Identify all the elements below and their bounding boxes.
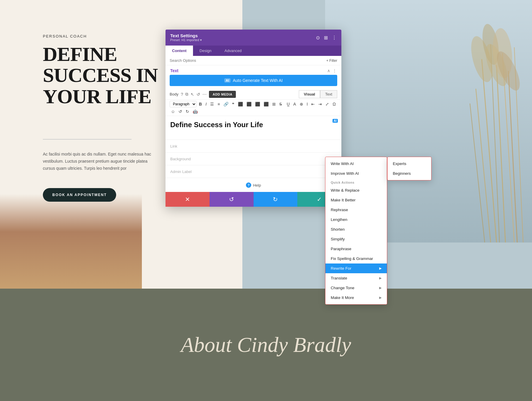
editor-content: AI Define Success in Your Life (166, 116, 341, 140)
experts-label: Experts (393, 161, 406, 166)
ai-editor-button[interactable]: 🤖 (192, 109, 199, 114)
table-button[interactable]: ⊞ (271, 101, 277, 107)
collapse-icon[interactable]: ∧ (327, 68, 330, 73)
menu-item-write-replace[interactable]: Write & Replace (325, 185, 387, 195)
admin-label-field-row: Admin Label (166, 165, 341, 178)
redo-action-button[interactable]: ↻ (254, 192, 298, 207)
menu-item-rephrase[interactable]: Rephrase (325, 205, 387, 215)
shorten-label: Shorten (331, 227, 345, 232)
background-label: Background (170, 157, 191, 161)
link-button[interactable]: 🔗 (222, 101, 230, 107)
rewrite-for-submenu: Experts Beginners (387, 157, 432, 180)
menu-item-change-tone[interactable]: Change Tone ▶ (325, 283, 387, 293)
ai-generate-label: Auto Generate Text With AI (233, 78, 283, 83)
menu-item-improve-with-ai[interactable]: Improve With AI (325, 169, 387, 178)
change-tone-label: Change Tone (331, 286, 354, 290)
admin-label: Admin Label (170, 169, 192, 174)
tab-content[interactable]: Content (166, 46, 193, 56)
more-icon[interactable]: ⋮ (332, 35, 337, 41)
italic-button[interactable]: I (204, 101, 208, 107)
help-icon-toolbar[interactable]: ? (181, 92, 183, 97)
columns-icon[interactable]: ⊞ (324, 35, 328, 41)
text-tab[interactable]: Text (320, 90, 337, 98)
editor-heading[interactable]: Define Success in Your Life (170, 121, 337, 129)
indent-button[interactable]: ⇥ (317, 101, 323, 107)
color-button[interactable]: A (292, 101, 297, 107)
underline-button[interactable]: U̲ (286, 101, 291, 107)
undo-icon-toolbar[interactable]: ↺ (197, 92, 200, 97)
menu-item-fix-spelling[interactable]: Fix Spelling & Grammar (325, 254, 387, 263)
menu-item-lengthen[interactable]: Lengthen (325, 215, 387, 224)
paste-button[interactable]: ⊕ (299, 101, 304, 107)
make-more-arrow: ▶ (379, 296, 382, 300)
dots-icon[interactable]: ⋯ (202, 92, 207, 97)
visual-text-tabs: Visual Text (299, 90, 337, 98)
undo-fmt-button[interactable]: ↺ (177, 109, 183, 114)
change-tone-arrow: ▶ (379, 286, 382, 290)
book-appointment-button[interactable]: BOOK AN APPOINTMENT (43, 188, 116, 202)
simplify-label: Simplify (331, 237, 345, 241)
text-section-header: Text ∧ ⋮ (166, 65, 341, 75)
background-field-row: Background (166, 152, 341, 165)
indent-italic[interactable]: I (306, 101, 309, 107)
submenu-item-experts[interactable]: Experts (387, 159, 431, 169)
fullscreen-icon[interactable]: ⊙ (316, 35, 320, 41)
filter-label: + Filter (326, 59, 337, 63)
expand-button[interactable]: ⤢ (324, 101, 330, 107)
menu-item-make-better[interactable]: Make It Better (325, 195, 387, 205)
link-label: Link (170, 144, 177, 148)
save-icon: ✓ (317, 196, 322, 203)
person-silhouette (0, 194, 142, 289)
ai-generate-button[interactable]: AI Auto Generate Text With AI (170, 75, 337, 86)
add-media-button[interactable]: ADD MEDIA (209, 91, 236, 98)
tab-design[interactable]: Design (193, 46, 218, 56)
strikethrough-button[interactable]: S̶ (278, 101, 283, 107)
align-right-button[interactable]: ⬛ (254, 101, 261, 107)
copy-icon[interactable]: ⧉ (185, 92, 188, 97)
emoji-button[interactable]: ☺ (170, 109, 176, 114)
make-better-label: Make It Better (331, 198, 356, 202)
special-char-button[interactable]: Ω (331, 101, 337, 107)
menu-item-rewrite-for[interactable]: Rewrite For ▶ (325, 263, 387, 273)
align-left-button[interactable]: ⬛ (237, 101, 244, 107)
paraphrase-label: Paraphrase (331, 247, 351, 251)
hero-divider (43, 139, 132, 140)
outdent-button[interactable]: ⇤ (310, 101, 316, 107)
hero-body: Ac facilisi morbi quis ac dis nullam. Eg… (43, 151, 155, 172)
fix-spelling-label: Fix Spelling & Grammar (331, 256, 373, 261)
undo-icon: ↺ (229, 196, 234, 203)
panel-preset[interactable]: Preset: H1 imported ▾ (170, 38, 202, 42)
align-center-button[interactable]: ⬛ (245, 101, 253, 107)
lengthen-label: Lengthen (331, 217, 347, 222)
close-action-button[interactable]: ✕ (166, 192, 210, 207)
paragraph-select[interactable]: Paragraph (170, 101, 197, 107)
personal-coach-label: PERSONAL COACH (43, 34, 87, 38)
ai-badge: AI (224, 78, 231, 83)
section-controls: ∧ ⋮ (327, 68, 337, 73)
submenu-item-beginners[interactable]: Beginners (387, 169, 431, 178)
menu-item-shorten[interactable]: Shorten (325, 224, 387, 234)
ai-dropdown-menu: Write With AI Improve With AI Quick Acti… (325, 157, 387, 305)
panel-header-icons: ⊙ ⊞ ⋮ (316, 35, 337, 41)
menu-item-paraphrase[interactable]: Paraphrase (325, 244, 387, 254)
menu-item-make-more[interactable]: Make It More ▶ (325, 293, 387, 303)
menu-item-translate[interactable]: Translate ▶ (325, 273, 387, 283)
filter-button[interactable]: + Filter (326, 59, 337, 63)
bold-button[interactable]: B (198, 101, 203, 107)
bullet-list-button[interactable]: ☰ (209, 101, 215, 107)
align-justify-button[interactable]: ⬛ (262, 101, 270, 107)
body-label: Body (170, 92, 179, 96)
menu-item-write-with-ai[interactable]: Write With AI (325, 159, 387, 169)
tab-advanced[interactable]: Advanced (218, 46, 248, 56)
numbered-list-button[interactable]: ≡ (216, 101, 221, 107)
search-input[interactable] (170, 58, 324, 63)
help-button[interactable]: ? Help (246, 182, 261, 188)
undo-action-button[interactable]: ↺ (210, 192, 254, 207)
section-more-icon[interactable]: ⋮ (332, 68, 337, 73)
menu-item-simplify[interactable]: Simplify (325, 234, 387, 244)
visual-tab[interactable]: Visual (299, 90, 320, 98)
quote-button[interactable]: ❝ (231, 101, 236, 107)
cursor-icon[interactable]: ↖ (191, 92, 194, 97)
redo-fmt-button[interactable]: ↻ (184, 109, 190, 114)
text-section-label: Text (170, 68, 179, 73)
